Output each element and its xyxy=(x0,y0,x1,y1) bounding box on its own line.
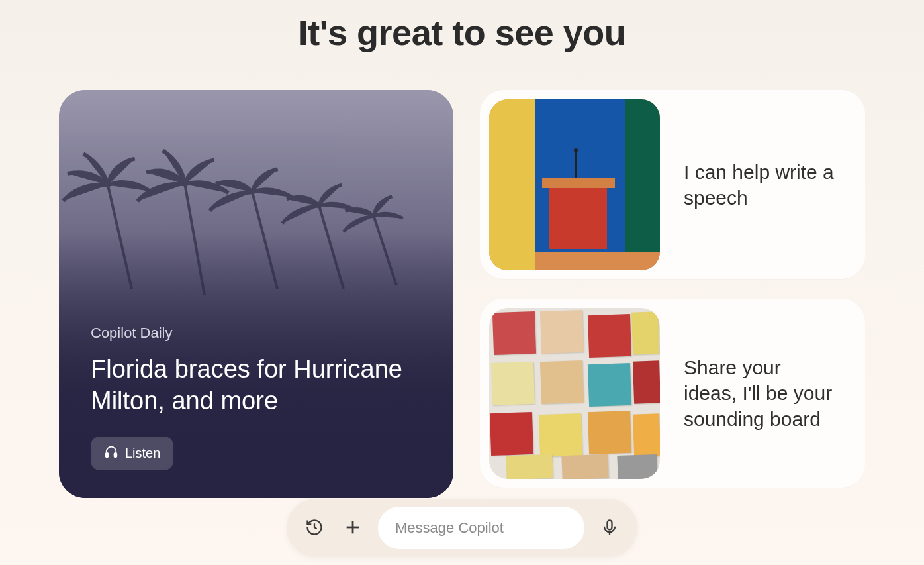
svg-rect-6 xyxy=(106,453,109,457)
sticky-notes-thumb xyxy=(489,308,660,479)
message-bar xyxy=(287,499,637,557)
message-input[interactable] xyxy=(395,519,567,537)
svg-rect-10 xyxy=(608,520,612,529)
message-input-wrap[interactable] xyxy=(378,507,584,549)
plus-icon xyxy=(344,518,362,539)
suggestion-column: I can help write a speech Share yo xyxy=(480,90,865,498)
hero-headline: Florida braces for Hurricane Milton, and… xyxy=(91,354,422,417)
voice-button[interactable] xyxy=(596,515,623,541)
headphones-icon xyxy=(104,444,118,462)
history-button[interactable] xyxy=(301,515,328,541)
cards-row: Copilot Daily Florida braces for Hurrica… xyxy=(0,90,924,498)
suggestion-card-sounding-board[interactable]: Share your ideas, I'll be your sounding … xyxy=(480,299,865,488)
copilot-daily-card[interactable]: Copilot Daily Florida braces for Hurrica… xyxy=(59,90,453,498)
page-greeting: It's great to see you xyxy=(0,12,924,53)
hero-eyebrow: Copilot Daily xyxy=(91,325,422,342)
add-button[interactable] xyxy=(340,515,366,541)
listen-label: Listen xyxy=(125,446,160,461)
history-icon xyxy=(305,518,324,539)
microphone-icon xyxy=(600,518,619,539)
suggestion-text: Share your ideas, I'll be your sounding … xyxy=(684,354,839,432)
suggestion-text: I can help write a speech xyxy=(684,159,839,211)
podium-painting-thumb xyxy=(489,99,660,270)
svg-rect-7 xyxy=(115,453,117,457)
suggestion-card-speech[interactable]: I can help write a speech xyxy=(480,90,865,279)
listen-button[interactable]: Listen xyxy=(91,437,173,470)
